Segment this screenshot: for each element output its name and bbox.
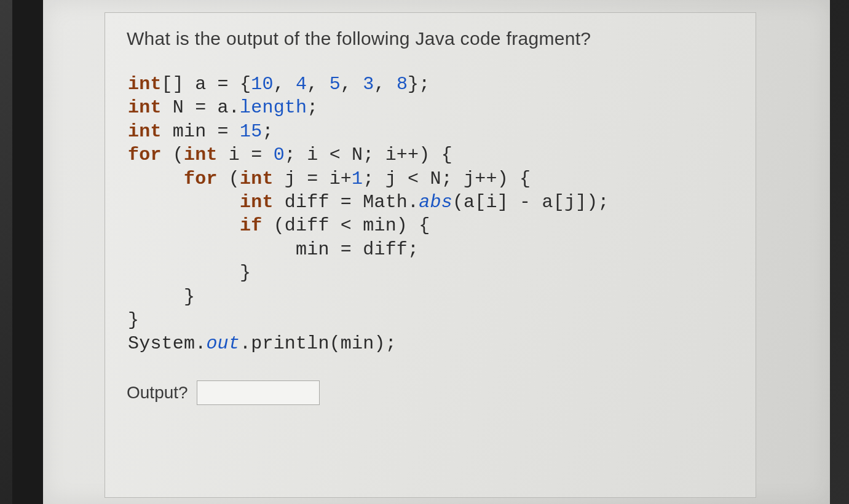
output-label: Output? [127,383,188,403]
output-input[interactable] [197,380,320,405]
output-row: Output? [127,380,734,405]
page-background: What is the output of the following Java… [43,0,830,504]
code-kw: int [128,74,162,95]
screenshot-frame: What is the output of the following Java… [0,0,849,504]
question-container: What is the output of the following Java… [105,12,756,498]
code-fragment: int[] a = {10, 4, 5, 3, 8}; int N = a.le… [128,73,734,356]
left-dark-strip [12,0,43,504]
question-prompt: What is the output of the following Java… [127,28,734,49]
